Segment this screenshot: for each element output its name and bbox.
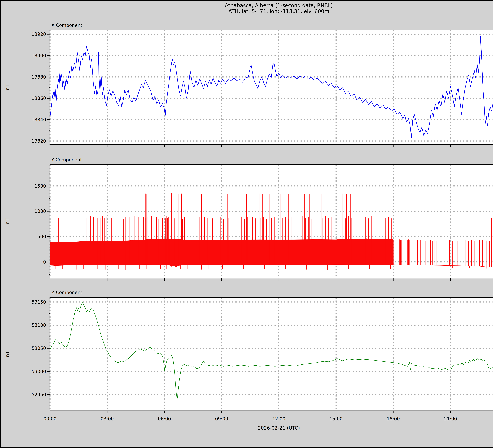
y-tick-label: 52950 <box>32 392 46 397</box>
x-tick-label: 18:00 <box>387 416 400 422</box>
y-tick-label: 53000 <box>32 369 46 374</box>
y-tick-label: 1000 <box>34 208 46 214</box>
y-tick-label: 53050 <box>32 345 46 351</box>
plot-background <box>50 297 493 411</box>
magnetogram-canvas: 1382013840138601388013900139200500100015… <box>1 1 493 448</box>
x-tick-label: 09:00 <box>215 416 228 422</box>
y-tick-label: 1500 <box>34 183 46 189</box>
x-tick-label: 21:00 <box>444 416 457 422</box>
x-tick-label: 03:00 <box>101 416 114 422</box>
y-tick-label: 53150 <box>32 299 46 305</box>
x-tick-label: 06:00 <box>158 416 171 422</box>
y-tick-label: 13820 <box>32 138 46 144</box>
magnetogram-figure: Athabasca, Alberta (1-second data, RNBL)… <box>0 0 493 448</box>
y-tick-label: 53100 <box>32 322 46 328</box>
x-tick-label: 00:00 <box>44 416 56 422</box>
y-tick-label: 13900 <box>32 53 46 58</box>
y-tick-label: 13840 <box>32 117 46 122</box>
plot-background <box>50 30 493 145</box>
x-tick-label: 15:00 <box>329 416 343 422</box>
y-tick-label: 0 <box>43 259 46 264</box>
y-tick-label: 13920 <box>32 32 46 37</box>
y-tick-label: 13880 <box>32 74 46 80</box>
y-dense-band <box>50 239 393 267</box>
y-tick-label: 500 <box>37 234 46 239</box>
y-tick-label: 13860 <box>32 96 46 101</box>
x-tick-label: 12:00 <box>272 416 285 422</box>
